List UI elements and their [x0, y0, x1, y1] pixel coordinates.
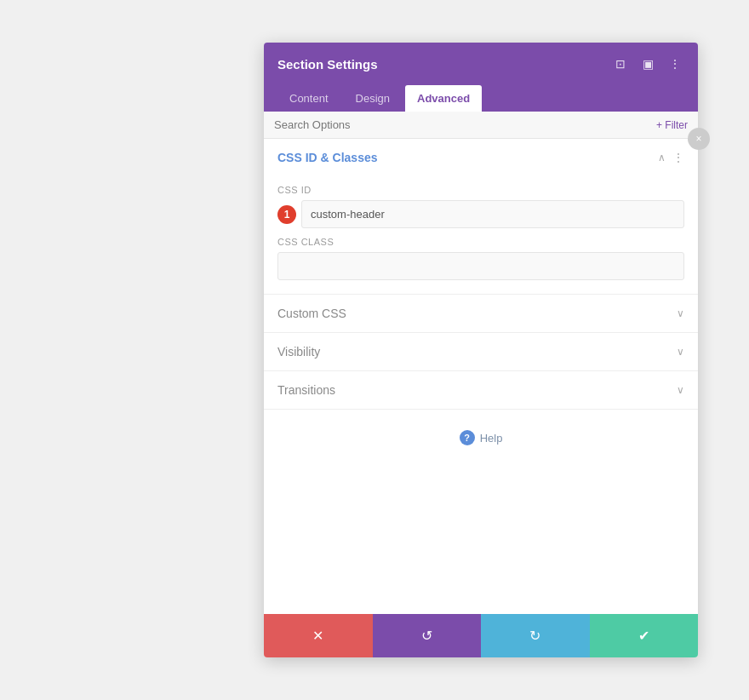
help-label: Help: [480, 432, 503, 445]
custom-css-title: Custom CSS: [277, 307, 346, 320]
css-class-label: CSS Class: [277, 237, 684, 247]
css-id-classes-header[interactable]: CSS ID & Classes ∧ ⋮: [264, 139, 698, 176]
transitions-section: Transitions ∨: [264, 371, 698, 410]
section-settings-panel: Section Settings ⊡ ▣ ⋮ Content Design Ad…: [264, 43, 698, 657]
css-id-classes-title: CSS ID & Classes: [277, 151, 378, 164]
collapse-icon[interactable]: ∧: [658, 152, 666, 164]
custom-css-section: Custom CSS ∨: [264, 295, 698, 333]
bottom-toolbar: ✕ ↺ ↻ ✔: [264, 614, 698, 657]
custom-css-expand-icon[interactable]: ∨: [677, 307, 684, 319]
transitions-header[interactable]: Transitions ∨: [264, 371, 698, 409]
tab-content[interactable]: Content: [277, 85, 340, 112]
tabs-bar: Content Design Advanced: [264, 85, 698, 112]
help-area: ? Help: [264, 410, 698, 466]
visibility-title: Visibility: [277, 345, 320, 359]
css-class-input[interactable]: [277, 252, 684, 280]
responsive-icon[interactable]: ⊡: [611, 55, 630, 73]
search-input[interactable]: [274, 118, 656, 131]
layout-icon[interactable]: ▣: [638, 55, 657, 73]
save-button[interactable]: ✔: [590, 614, 699, 657]
transitions-expand-icon[interactable]: ∨: [677, 384, 684, 396]
tab-design[interactable]: Design: [344, 85, 402, 112]
help-circle-icon: ?: [460, 430, 475, 445]
css-id-input[interactable]: [301, 200, 684, 228]
page-background: Section Settings ⊡ ▣ ⋮ Content Design Ad…: [0, 0, 749, 700]
section-actions: ∧ ⋮: [658, 151, 684, 164]
panel-header: Section Settings ⊡ ▣ ⋮: [264, 43, 698, 85]
help-button[interactable]: ? Help: [460, 430, 503, 445]
custom-css-header[interactable]: Custom CSS ∨: [264, 295, 698, 332]
redo-button[interactable]: ↻: [481, 614, 590, 657]
tab-advanced[interactable]: Advanced: [405, 85, 482, 112]
visibility-expand-icon[interactable]: ∨: [677, 346, 684, 358]
undo-button[interactable]: ↺: [373, 614, 482, 657]
transitions-title: Transitions: [277, 383, 335, 397]
visibility-header[interactable]: Visibility ∨: [264, 333, 698, 370]
panel-content: CSS ID & Classes ∧ ⋮ CSS ID 1 CSS Class: [264, 139, 698, 614]
css-id-classes-section: CSS ID & Classes ∧ ⋮ CSS ID 1 CSS Class: [264, 139, 698, 295]
header-icons: ⊡ ▣ ⋮: [611, 55, 684, 73]
css-id-label: CSS ID: [277, 185, 684, 195]
more-icon[interactable]: ⋮: [666, 55, 684, 73]
section-more-icon[interactable]: ⋮: [672, 151, 684, 164]
step-badge: 1: [277, 205, 296, 224]
cancel-button[interactable]: ✕: [264, 614, 373, 657]
css-id-classes-body: CSS ID 1 CSS Class: [264, 185, 698, 294]
css-id-input-wrapper: 1: [277, 200, 684, 228]
panel-title: Section Settings: [277, 57, 378, 72]
filter-button[interactable]: + Filter: [656, 119, 688, 131]
close-button[interactable]: ×: [688, 128, 710, 150]
search-bar: + Filter: [264, 112, 698, 139]
visibility-section: Visibility ∨: [264, 333, 698, 371]
